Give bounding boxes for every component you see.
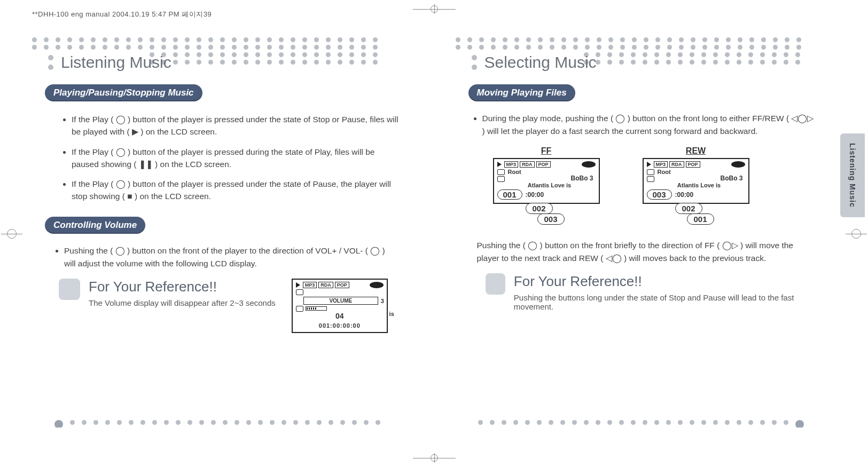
track-stack-ff: 002 003 (522, 200, 570, 234)
track-stack-rew: 002 001 (672, 200, 720, 234)
volume-value: 04 (296, 312, 384, 320)
lcd-rew-display: MP3 RDA POP Root BoBo 3 Atlantis Love is… (643, 158, 749, 204)
page-spread: Listening Music Playing/Pausing/Stopping… (27, 32, 841, 440)
section-heading-left: Listening Music (48, 53, 413, 72)
root-label: Root (658, 169, 671, 175)
reference-title: For Your Reference!! (89, 279, 276, 295)
volume-paragraph: Pushing the ( ◯ ) button on the front of… (59, 244, 392, 270)
track-pill: 002 (526, 203, 553, 214)
bullet-item: If the Play ( ◯ ) button of the player i… (72, 146, 402, 171)
folder-icon (497, 169, 505, 175)
battery-icon (731, 161, 745, 168)
crop-mark-right (846, 218, 867, 250)
bullet-item: If the Play ( ◯ ) button of the player i… (72, 113, 402, 138)
bullet-item: If the Play ( ◯ ) button of the player i… (72, 178, 402, 203)
lcd-tag: MP3 (654, 161, 668, 168)
subheading-controlling-volume: Controlling Volume (45, 217, 145, 234)
reference-block-right: For Your Reference!! Pushing the buttons… (486, 273, 815, 311)
battery-icon (582, 161, 596, 168)
ffrew-paragraph2: Pushing the ( ◯ ) button on the front br… (477, 239, 815, 265)
reference-icon (59, 279, 80, 300)
folder-icon (647, 169, 654, 175)
right-page: Selecting Music Moving Playing Files Dur… (450, 32, 842, 440)
crop-mark-top (413, 4, 456, 14)
lcd-tag: RDA (669, 161, 684, 168)
battery-icon (370, 282, 384, 288)
ffrew-text: During the play mode, pushing the ( ◯ ) … (482, 112, 815, 138)
lcd-tag: RDA (520, 161, 535, 168)
reference-icon (486, 273, 505, 295)
reference-title: For Your Reference!! (514, 273, 815, 290)
home-icon (647, 176, 654, 182)
play-icon (296, 282, 300, 288)
ff-rew-diagrams: FF MP3 RDA POP Root BoBo 3 Atlantis Love… (493, 146, 836, 234)
lcd-artist: BoBo 3 (647, 175, 745, 182)
folder-icon (296, 289, 303, 295)
lcd-tag: MP3 (303, 282, 317, 288)
lcd-song-title: Atlantis Love is (497, 182, 596, 188)
section-title: Listening Music (61, 53, 171, 72)
home-icon (497, 176, 505, 182)
rew-label: REW (643, 146, 749, 156)
root-label: Root (508, 169, 521, 175)
lcd-track-number: 003 (647, 189, 672, 200)
play-pause-bullets: If the Play ( ◯ ) button of the player i… (64, 113, 402, 203)
left-page: Listening Music Playing/Pausing/Stopping… (27, 32, 418, 440)
track-pill: 001 (687, 213, 714, 225)
lcd-tag: POP (335, 282, 349, 288)
subheading-play-pause-stop: Playing/Pausing/Stopping Music (45, 84, 202, 101)
lcd-artist: BoBo 3 (497, 175, 596, 182)
lcd-tag: POP (686, 161, 700, 168)
track-pill: 002 (675, 203, 702, 214)
play-icon (497, 162, 502, 167)
reference-subtext: The Volume display will disappear after … (89, 298, 276, 307)
print-header: **DHH-100 eng manual 2004.10.19 5:47 PM … (32, 10, 212, 19)
track-pill: 003 (537, 213, 565, 225)
crop-mark-bottom (413, 453, 456, 463)
lcd-song-title: Atlantis Love is (647, 182, 745, 188)
play-icon (647, 162, 651, 167)
lcd-ff-display: MP3 RDA POP Root BoBo 3 Atlantis Love is… (493, 158, 600, 204)
side-tab-listening-music: Listening Music (840, 133, 865, 217)
volume-label-box: VOLUME 3 (303, 297, 378, 305)
lcd-side-char: 3 (381, 298, 384, 304)
volume-bar (306, 306, 327, 311)
lcd-side-char2: is (389, 311, 394, 317)
lcd-tag: MP3 (504, 161, 519, 168)
decorative-dots-bottom (478, 420, 820, 428)
lcd-time: :00:00 (526, 191, 544, 199)
crop-mark-left (1, 218, 22, 250)
lcd-track-number: 001 (497, 189, 522, 200)
section-title: Selecting Music (484, 53, 597, 72)
ffrew-paragraph: During the play mode, pushing the ( ◯ ) … (477, 112, 815, 138)
section-heading-right: Selecting Music (472, 53, 836, 72)
subheading-moving-playing-files: Moving Playing Files (468, 84, 575, 101)
lcd-volume-display: MP3 RDA POP VOLUME 3 04 is 001:00:00:00 (292, 279, 388, 333)
home-icon (296, 306, 303, 312)
lcd-time: 001:00:00:00 (296, 322, 384, 329)
reference-subtext: Pushing the buttons long under the state… (514, 293, 815, 311)
lcd-tag: RDA (318, 282, 333, 288)
volume-text: Pushing the ( ◯ ) button on the front of… (64, 244, 392, 270)
ff-label: FF (493, 146, 600, 156)
lcd-time: :00:00 (675, 191, 694, 199)
decorative-dots-bottom (54, 420, 397, 428)
lcd-tag: POP (536, 161, 551, 168)
